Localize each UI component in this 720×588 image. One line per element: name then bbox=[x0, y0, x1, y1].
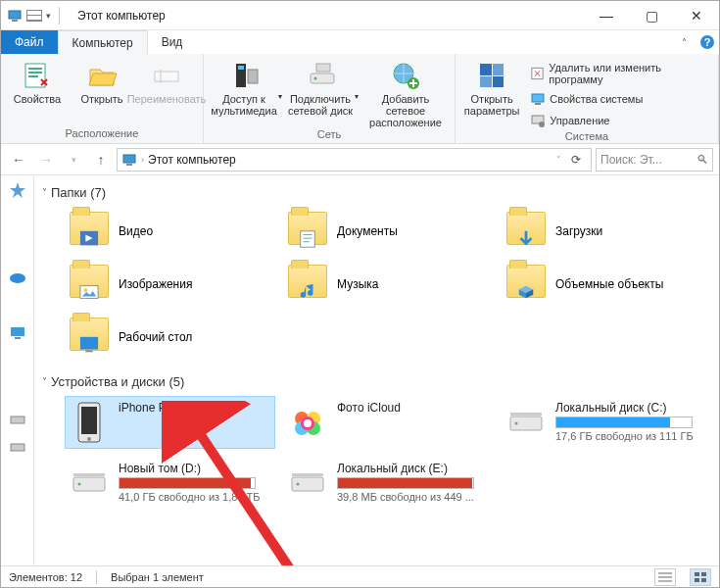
svg-rect-28 bbox=[126, 164, 132, 166]
svg-rect-24 bbox=[535, 103, 541, 105]
maximize-button[interactable]: ▢ bbox=[629, 1, 674, 30]
folder-item[interactable]: Загрузки bbox=[503, 208, 711, 255]
svg-rect-8 bbox=[155, 72, 178, 81]
forward-button[interactable]: → bbox=[34, 148, 58, 172]
folder-icon bbox=[70, 212, 109, 251]
open-button[interactable]: Открыть bbox=[72, 56, 132, 119]
collapse-ribbon-icon[interactable]: ˄ bbox=[672, 30, 696, 54]
folder-icon bbox=[288, 212, 327, 251]
content-pane[interactable]: ˅ Папки (7) Видео Документы Загрузки Изо… bbox=[34, 175, 719, 565]
device-item[interactable]: iPhone Pixel bbox=[66, 397, 274, 448]
drive-nav-icon[interactable] bbox=[9, 438, 26, 456]
svg-point-53 bbox=[304, 419, 312, 427]
device-icon bbox=[506, 401, 546, 444]
svg-text:?: ? bbox=[704, 36, 711, 48]
svg-rect-56 bbox=[510, 413, 542, 416]
tab-computer[interactable]: Компьютер bbox=[58, 30, 148, 54]
map-drive-button[interactable]: Подключить сетевой диск ▾ bbox=[286, 56, 359, 119]
tab-file[interactable]: Файл bbox=[1, 30, 58, 54]
open-settings-button[interactable]: Открыть параметры bbox=[461, 56, 522, 119]
chevron-down-icon[interactable]: ˅ bbox=[42, 187, 47, 198]
this-pc-nav-icon[interactable] bbox=[9, 324, 26, 342]
svg-rect-18 bbox=[480, 64, 492, 75]
svg-point-55 bbox=[515, 422, 518, 425]
back-button[interactable]: ← bbox=[7, 148, 30, 172]
ribbon: Свойства Открыть Переименовать Расположе… bbox=[1, 54, 719, 144]
folder-item[interactable]: Изображения bbox=[66, 261, 274, 308]
folder-icon bbox=[506, 265, 546, 304]
svg-rect-32 bbox=[15, 337, 21, 339]
storage-bar bbox=[119, 477, 256, 489]
search-input[interactable]: Поиск: Эт... 🔍︎ bbox=[596, 148, 713, 172]
quick-access-icon[interactable] bbox=[9, 181, 26, 199]
system-properties-button[interactable]: Свойства системы bbox=[526, 89, 712, 109]
svg-rect-11 bbox=[238, 66, 244, 70]
body: ˅ Папки (7) Видео Документы Загрузки Изо… bbox=[1, 175, 719, 565]
storage-bar bbox=[337, 477, 474, 489]
folder-item[interactable]: Музыка bbox=[284, 261, 493, 308]
svg-rect-46 bbox=[81, 407, 97, 434]
device-item[interactable]: Фото iCloud bbox=[284, 397, 493, 448]
folder-label: Объемные объекты bbox=[555, 277, 663, 291]
device-label: iPhone Pixel bbox=[119, 401, 270, 415]
icons-view-button[interactable] bbox=[690, 568, 711, 586]
onedrive-icon[interactable] bbox=[9, 268, 26, 285]
storage-bar bbox=[555, 416, 693, 428]
svg-rect-20 bbox=[480, 76, 492, 87]
device-item[interactable]: Локальный диск (C:) 17,6 ГБ свободно из … bbox=[503, 397, 711, 448]
folder-label: Загрузки bbox=[555, 224, 602, 238]
ribbon-group-location: Свойства Открыть Переименовать Расположе… bbox=[1, 54, 204, 143]
svg-point-14 bbox=[314, 77, 317, 80]
drive-nav-icon[interactable] bbox=[9, 411, 26, 428]
address-bar[interactable]: › Этот компьютер ˅ ⟳ bbox=[117, 148, 592, 172]
folder-item[interactable]: Объемные объекты bbox=[503, 261, 711, 308]
add-network-location-button[interactable]: Добавить сетевое расположение bbox=[362, 56, 449, 128]
svg-marker-29 bbox=[10, 182, 25, 198]
search-placeholder: Поиск: Эт... bbox=[600, 153, 662, 167]
svg-rect-44 bbox=[85, 350, 92, 352]
media-access-button[interactable]: Доступ к мультимедиа ▾ bbox=[210, 56, 282, 119]
close-button[interactable]: ✕ bbox=[674, 1, 719, 30]
breadcrumb[interactable]: Этот компьютер bbox=[148, 153, 236, 167]
device-icon bbox=[70, 401, 109, 444]
properties-button[interactable]: Свойства bbox=[7, 56, 68, 119]
minimize-button[interactable]: — bbox=[584, 1, 629, 30]
folder-item[interactable]: Видео bbox=[66, 208, 274, 255]
svg-rect-19 bbox=[493, 64, 504, 75]
qat-dropdown-icon[interactable]: ▾ bbox=[46, 11, 51, 21]
titlebar: ▾ Этот компьютер — ▢ ✕ bbox=[1, 1, 719, 30]
storage-text: 39,8 МБ свободно из 449 ... bbox=[337, 491, 489, 503]
rename-button[interactable]: Переименовать bbox=[136, 56, 197, 119]
qat-button[interactable] bbox=[26, 10, 42, 22]
dropdown-icon[interactable]: ˅ bbox=[556, 155, 561, 165]
navigation-pane[interactable] bbox=[1, 175, 34, 565]
section-folders[interactable]: ˅ Папки (7) bbox=[42, 185, 711, 200]
section-devices[interactable]: ˅ Устройства и диски (5) bbox=[42, 374, 711, 389]
help-icon[interactable]: ? bbox=[696, 30, 719, 54]
this-pc-icon bbox=[7, 8, 23, 24]
recent-dropdown-icon[interactable]: ▾ bbox=[62, 148, 85, 172]
chevron-down-icon[interactable]: ˅ bbox=[42, 376, 47, 387]
svg-rect-31 bbox=[11, 327, 24, 336]
folder-item[interactable]: Рабочий стол bbox=[66, 314, 274, 361]
uninstall-program-button[interactable]: Удалить или изменить программу bbox=[526, 60, 712, 87]
refresh-button[interactable]: ⟳ bbox=[565, 153, 587, 167]
svg-rect-70 bbox=[701, 578, 706, 582]
folder-item[interactable]: Документы bbox=[284, 208, 493, 255]
tab-view[interactable]: Вид bbox=[148, 30, 197, 54]
up-button[interactable]: ↑ bbox=[89, 148, 113, 172]
manage-button[interactable]: Управление bbox=[526, 111, 712, 130]
ribbon-group-network: Доступ к мультимедиа ▾ Подключить сетево… bbox=[204, 54, 456, 143]
svg-rect-1 bbox=[12, 20, 18, 22]
separator bbox=[59, 7, 60, 24]
chevron-right-icon[interactable]: › bbox=[141, 155, 144, 165]
ribbon-group-system: Открыть параметры Удалить или изменить п… bbox=[456, 54, 719, 143]
device-item[interactable]: Новый том (D:) 41,0 ГБ свободно из 1,81 … bbox=[66, 458, 274, 509]
svg-rect-37 bbox=[301, 231, 315, 247]
svg-rect-62 bbox=[292, 473, 323, 476]
status-count: Элементов: 12 bbox=[9, 571, 82, 583]
device-item[interactable]: Локальный диск (E:) 39,8 МБ свободно из … bbox=[284, 458, 493, 509]
details-view-button[interactable] bbox=[654, 568, 676, 586]
folder-label: Музыка bbox=[337, 277, 378, 291]
folder-icon bbox=[506, 212, 546, 251]
